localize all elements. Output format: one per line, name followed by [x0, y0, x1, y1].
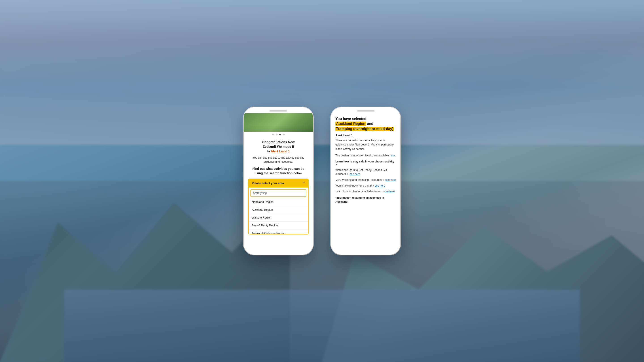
search-input-container: [249, 187, 308, 198]
image-dots-container: [244, 132, 313, 136]
dropdown-header-text: Please select your area: [252, 181, 284, 185]
dot-4[interactable]: [283, 134, 285, 135]
resource2-prefix: MSC Walking and Tramping Resources >: [336, 178, 385, 181]
resource1-prefix: Watch and learn to Get Ready, Set and GO…: [336, 168, 387, 176]
search-input[interactable]: [250, 189, 306, 197]
dropdown-header[interactable]: Please select your area ⌃: [248, 179, 308, 187]
golden-rules-text: The golden rules of alert level 1 are av…: [336, 153, 396, 158]
resource3-link[interactable]: see here: [375, 184, 385, 187]
left-phone-top-bar: [244, 107, 313, 113]
resource-item-1: Watch and learn to Get Ready, Set and GO…: [336, 168, 396, 176]
right-phone: You have selected Auckland Region and Tr…: [331, 107, 400, 255]
congrats-heading: Congratulations New Zealand! We made it …: [248, 140, 308, 153]
golden-rules-link[interactable]: here: [390, 154, 395, 157]
resource-item-4: Learn how to plan for a multiday tramp >…: [336, 189, 396, 194]
dot-3-active[interactable]: [279, 134, 281, 135]
scene: Congratulations New Zealand! We made it …: [0, 0, 644, 362]
learn-heading: Learn how to stay safe in your chosen ac…: [336, 160, 396, 166]
notch-pill-right: [357, 110, 374, 111]
right-phone-content: You have selected Auckland Region and Tr…: [331, 113, 400, 251]
resource1-link[interactable]: see here: [350, 173, 360, 176]
list-item[interactable]: Northland Region: [249, 198, 308, 206]
resource4-prefix: Learn how to plan for a multiday tramp >: [336, 190, 384, 193]
dot-1[interactable]: [272, 134, 274, 135]
chevron-up-icon: ⌃: [302, 181, 305, 185]
congrats-text-1: Congratulations New: [262, 140, 294, 144]
subtitle-text: You can use this site to find activity-s…: [248, 156, 308, 164]
resource4-link[interactable]: see here: [384, 190, 395, 193]
list-item[interactable]: Waikato Region: [249, 214, 308, 222]
list-item[interactable]: Bay of Plenty Region: [249, 222, 308, 230]
resource3-prefix: Watch how to pack for a tramp >: [336, 184, 375, 187]
alert-level-red: Alert Level 1: [270, 149, 290, 153]
dropdown-container: Please select your area ⌃ Northland Regi…: [248, 179, 308, 234]
golden-rules-prefix: The golden rules of alert level 1 are av…: [336, 154, 390, 157]
bottom-note: *Information relating to all activities …: [336, 196, 396, 204]
resource-item-2: MSC Walking and Tramping Resources > see…: [336, 178, 396, 182]
phone-hero-image: [244, 113, 313, 132]
left-phone-content: Congratulations New Zealand! We made it …: [244, 136, 313, 249]
selected-conjunction: and: [366, 122, 374, 126]
find-activities-heading: Find out what activities you can do usin…: [248, 166, 308, 176]
selected-heading: You have selected Auckland Region and Tr…: [336, 116, 396, 131]
alert-level-badge: Alert Level 1: [336, 134, 396, 137]
golden-rules-suffix: .: [395, 154, 396, 157]
resource-item-3: Watch how to pack for a tramp > see here: [336, 184, 396, 188]
left-phone: Congratulations New Zealand! We made it …: [244, 107, 313, 255]
dropdown-list: Northland Region Auckland Region Waikato…: [249, 198, 308, 234]
notch-pill-left: [270, 110, 287, 111]
selected-prefix: You have selected: [336, 117, 366, 121]
congrats-text-3: to: [267, 149, 270, 153]
dropdown-body: Northland Region Auckland Region Waikato…: [248, 187, 308, 234]
no-restrictions-text: There are no restrictions or activity sp…: [336, 138, 396, 151]
selected-activity-highlight: Tramping (overnight or multi-day): [336, 127, 394, 131]
list-item[interactable]: Auckland Region: [249, 206, 308, 214]
selected-region-highlight: Auckland Region: [336, 122, 366, 126]
list-item[interactable]: Tairāwhiti/Gisborne Region: [249, 230, 308, 234]
congrats-text-2: Zealand! We made it: [263, 145, 294, 148]
resource2-link[interactable]: see here: [385, 178, 396, 181]
dot-2[interactable]: [276, 134, 278, 135]
right-phone-top-bar: [331, 107, 400, 113]
hero-image-placeholder: [244, 113, 313, 132]
